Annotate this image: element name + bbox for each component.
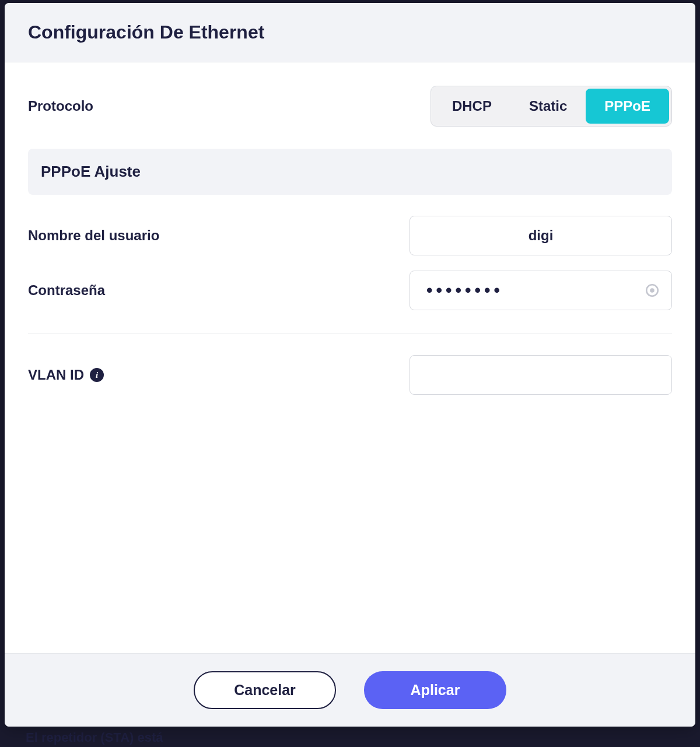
eye-icon[interactable] <box>644 282 660 299</box>
vlan-label: VLAN ID i <box>28 367 104 383</box>
password-row: Contraseña <box>28 271 672 310</box>
protocol-option-pppoe[interactable]: PPPoE <box>586 89 669 124</box>
divider <box>28 334 672 334</box>
cancel-button[interactable]: Cancelar <box>194 671 336 709</box>
svg-point-1 <box>650 288 654 293</box>
protocol-option-static[interactable]: Static <box>510 89 586 124</box>
vlan-label-text: VLAN ID <box>28 367 84 383</box>
vlan-row: VLAN ID i <box>28 355 672 395</box>
protocol-segmented-control: DHCP Static PPPoE <box>430 86 672 127</box>
vlan-input[interactable] <box>410 355 672 395</box>
username-row: Nombre del usuario <box>28 216 672 255</box>
apply-button[interactable]: Aplicar <box>364 671 506 709</box>
modal-footer: Cancelar Aplicar <box>5 653 695 727</box>
background-partial-text: El repetidor (STA) está <box>26 730 163 745</box>
modal-body: Protocolo DHCP Static PPPoE PPPoE Ajuste… <box>5 62 695 653</box>
password-input[interactable] <box>410 271 672 310</box>
password-wrapper <box>410 271 672 310</box>
pppoe-section-title: PPPoE Ajuste <box>41 163 659 181</box>
password-label: Contraseña <box>28 282 105 299</box>
username-input[interactable] <box>410 216 672 255</box>
protocol-label: Protocolo <box>28 98 93 114</box>
info-icon-glyph: i <box>96 370 98 380</box>
pppoe-section-header: PPPoE Ajuste <box>28 149 672 195</box>
protocol-row: Protocolo DHCP Static PPPoE <box>28 86 672 127</box>
protocol-option-dhcp[interactable]: DHCP <box>433 89 510 124</box>
modal-title: Configuración De Ethernet <box>28 22 672 43</box>
modal-header: Configuración De Ethernet <box>5 3 695 62</box>
username-label: Nombre del usuario <box>28 227 159 244</box>
info-icon[interactable]: i <box>90 368 104 382</box>
ethernet-config-modal: Configuración De Ethernet Protocolo DHCP… <box>5 3 695 727</box>
